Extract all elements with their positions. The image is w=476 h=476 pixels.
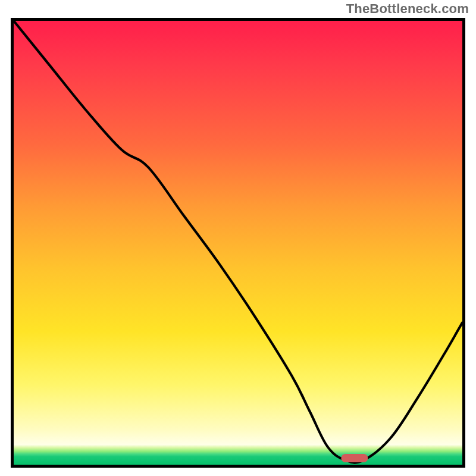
watermark-text: TheBottleneck.com (346, 1, 469, 17)
optimal-marker (341, 454, 368, 462)
bottleneck-curve (14, 21, 462, 465)
plot-frame (11, 18, 465, 468)
chart-stage: TheBottleneck.com (0, 0, 476, 476)
